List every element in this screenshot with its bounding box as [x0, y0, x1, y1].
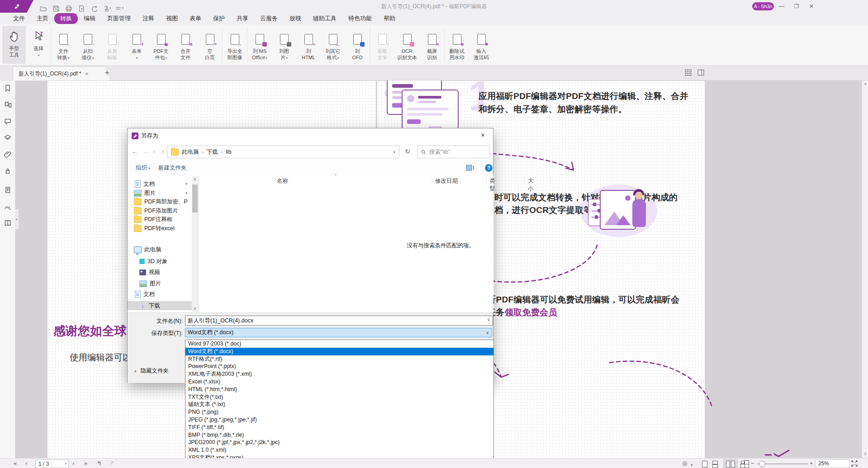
ribbon-输入激活码[interactable]: ✱输入激活码 [470, 28, 493, 61]
change-view-icon[interactable] [466, 165, 477, 171]
savetype-combobox[interactable]: Word文档 (*.docx) ∨ [185, 328, 492, 337]
filename-input[interactable] [185, 316, 493, 326]
menu-辅助工具[interactable]: 辅助工具 [307, 13, 342, 24]
attachments-icon[interactable] [3, 150, 12, 159]
menu-视图[interactable]: 视图 [160, 13, 184, 24]
page-thumbnails-icon[interactable] [3, 100, 12, 109]
document-tab[interactable]: 新人引导(1)_OCR(4).pdf * ✕ [13, 66, 110, 80]
zoom-value-box[interactable]: 25% [815, 459, 849, 468]
signature-icon[interactable] [3, 202, 12, 211]
zoom-slider-knob[interactable] [759, 461, 765, 467]
tab-close-icon[interactable]: ✕ [85, 71, 89, 76]
menu-特色功能[interactable]: 特色功能 [342, 13, 378, 24]
help-button[interactable]: ? [485, 164, 493, 172]
savetype-option[interactable]: PNG (*.png) [185, 408, 493, 416]
ribbon-到其它格式[interactable]: …到其它格式▾ [321, 28, 345, 61]
new-folder-button[interactable]: 新建文件夹 [158, 164, 187, 172]
facing-view-icon2[interactable] [731, 461, 735, 468]
ribbon-手型工具[interactable]: 手型工具 [2, 26, 26, 64]
scroll-up-icon[interactable]: ∧ [192, 177, 198, 181]
breadcrumb-此电脑[interactable]: 此电脑 [179, 148, 202, 156]
address-dropdown-icon[interactable]: ∨ [393, 150, 396, 154]
minimize-button[interactable]: — [774, 0, 789, 13]
savetype-option[interactable]: Excel (*.xlsx) [185, 378, 493, 386]
back-icon[interactable]: ← [129, 148, 140, 155]
next-page-button[interactable]: › [72, 460, 74, 467]
rotate-view-icon[interactable]: ◎ [682, 460, 687, 467]
forward-icon[interactable]: → [140, 148, 151, 155]
comments-icon[interactable] [3, 117, 12, 126]
tree-item-图片[interactable]: 图片✦ [128, 189, 191, 198]
redo-icon[interactable] [89, 4, 99, 13]
ribbon-空白页[interactable]: +空白页 [198, 28, 222, 61]
security-icon[interactable] [3, 166, 12, 175]
tree-item-PDF注释框[interactable]: PDF注释框 [128, 215, 191, 224]
ribbon-从扫描仪[interactable]: ↑从扫描仪▾ [76, 28, 100, 61]
refresh-icon[interactable]: ↻ [402, 146, 413, 157]
bookmarks-icon[interactable] [3, 84, 12, 93]
savetype-option[interactable]: Word 97-2003 (*.doc) [185, 340, 493, 348]
prev-page-button[interactable]: ‹ [25, 460, 27, 467]
maximize-button[interactable]: ❐ [789, 0, 804, 13]
last-page-button[interactable]: » [84, 460, 87, 467]
new-tab-button[interactable]: + [105, 69, 109, 77]
menu-共享[interactable]: 共享 [231, 13, 254, 24]
tree-item-图片[interactable]: 图片 [128, 279, 191, 288]
ribbon-合并文件[interactable]: ⇆合并文件 [174, 28, 197, 61]
facing-view-active-box[interactable] [723, 459, 738, 468]
menu-文件[interactable]: 文件 [7, 13, 31, 24]
expand-panel-handle[interactable]: ▸ [15, 209, 19, 230]
savetype-option[interactable]: RTF格式(*.rtf) [185, 355, 493, 363]
ribbon-到OFD[interactable]: 到OFD [346, 28, 369, 61]
avatar[interactable]: A - Sh3n [752, 2, 774, 10]
savetype-option[interactable]: Word文档 (*.docx) [185, 348, 493, 355]
tree-scroll-thumb[interactable] [192, 184, 198, 213]
column-header-大小[interactable]: 大小 [528, 177, 534, 193]
open-file-icon[interactable] [38, 4, 48, 13]
tree-scrollbar[interactable]: ∧ ∨ [192, 176, 198, 312]
menu-云服务[interactable]: 云服务 [254, 13, 284, 24]
savetype-option[interactable]: XML电子表格2003 (*.xml) [185, 370, 493, 378]
column-header-修改日期[interactable]: 修改日期 [435, 177, 458, 185]
next-view-button[interactable]: ↱ [109, 460, 114, 467]
new-document-icon[interactable] [76, 4, 86, 13]
menu-表单[interactable]: 表单 [184, 13, 207, 24]
ribbon-删除试用水印[interactable]: ⊗删除试用水印 [445, 28, 469, 61]
hide-folders-button[interactable]: ∧ 隐藏文件夹 [134, 367, 169, 375]
facing-continuous-view-icon[interactable] [741, 461, 745, 464]
continuous-view-icon[interactable] [712, 461, 718, 464]
single-page-view-icon[interactable] [702, 461, 707, 468]
savetype-option[interactable]: 辅助文本 (*.txt) [185, 401, 493, 408]
scroll-down-icon[interactable]: ∨ [862, 452, 868, 456]
column-header-名称[interactable]: 名称 [277, 177, 288, 185]
organize-button[interactable]: 组织▾ [136, 164, 150, 172]
menu-编辑[interactable]: 编辑 [78, 13, 101, 24]
ribbon-导出全部图像[interactable]: →导出全部图像 [223, 28, 247, 61]
savetype-option[interactable]: XML 1.0 (*.xml) [185, 446, 493, 454]
facing-view-icon[interactable] [726, 461, 730, 468]
recent-locations-icon[interactable]: ∨ [151, 149, 157, 154]
file-list[interactable]: 没有与搜索条件匹配的项。 [198, 175, 493, 312]
fit-screen-icon[interactable] [851, 460, 858, 467]
save-icon[interactable] [51, 4, 61, 13]
tree-item-PDF添加图片[interactable]: PDF添加图片 [128, 206, 191, 215]
dialog-close-icon[interactable]: ✕ [473, 128, 493, 142]
tree-item-文档[interactable]: 文档 [128, 290, 191, 299]
zoom-out-button[interactable]: − [751, 460, 754, 467]
menu-主页[interactable]: 主页 [31, 13, 54, 24]
ribbon-PDF文件包[interactable]: ▣PDF文件包▾ [149, 28, 173, 61]
menu-页面管理[interactable]: 页面管理 [101, 13, 137, 24]
tree-item-下载[interactable]: ↓下载 [128, 301, 192, 310]
tree-item-PDF转excel[interactable]: PDF转excel [128, 224, 191, 233]
zoom-in-button[interactable]: + [810, 460, 813, 467]
filename-dropdown-icon[interactable]: ∨ [487, 317, 490, 322]
page-number-box[interactable]: 1 / 3 ▾ [35, 459, 69, 468]
free-membership-link[interactable]: 领取免费会员 [505, 307, 557, 317]
savetype-option[interactable]: TXT文件(*.txt) [185, 393, 493, 401]
dialog-titlebar[interactable]: 另存为 [128, 128, 493, 143]
print-icon[interactable] [63, 4, 73, 13]
savetype-option[interactable]: BMP (*.bmp,*.dib,*.rle) [185, 431, 493, 439]
ribbon-到MSOffice[interactable]: 到 MSOffice▾ [248, 28, 271, 61]
ribbon-OCR识别文本[interactable]: OCR识别文本 [395, 28, 419, 61]
breadcrumb-lib[interactable]: lib [223, 149, 235, 155]
